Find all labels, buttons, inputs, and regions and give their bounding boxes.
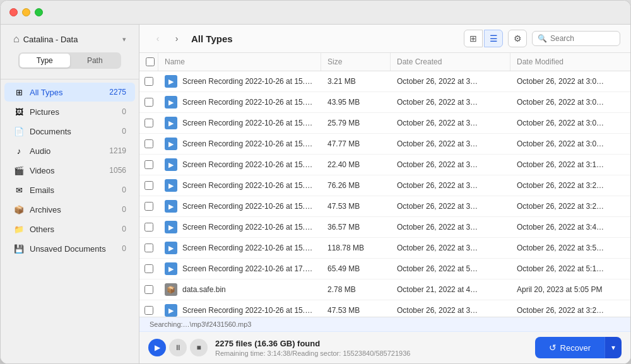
col-size: Size — [321, 53, 391, 71]
table-row: ▶ Screen Recording 2022-10-26 at 15.18.2… — [139, 175, 630, 196]
row-modified-8: October 26, 2022 at 3:5… — [510, 240, 630, 256]
nav-count-unsaved: 0 — [122, 244, 126, 253]
sidebar-item-emails[interactable]: ✉ Emails 0 — [4, 180, 135, 199]
file-type-icon: ▶ — [165, 242, 177, 254]
sidebar-item-documents[interactable]: 📄 Documents 0 — [4, 122, 135, 141]
home-icon: ⌂ — [13, 33, 20, 45]
file-type-icon: ▶ — [165, 158, 177, 171]
row-name-10: 📦 data.safe.bin — [158, 279, 321, 300]
row-modified-2: October 26, 2022 at 3:0… — [510, 115, 630, 131]
row-size-4: 22.40 MB — [321, 156, 391, 173]
play-button[interactable]: ▶ — [148, 339, 166, 356]
nav-count-pictures: 0 — [122, 107, 126, 116]
row-modified-3: October 26, 2022 at 3:0… — [510, 136, 630, 152]
row-checkbox-2 — [139, 115, 158, 131]
table-row: ▶ Screen Recording 2022-10-26 at 15.17.3… — [139, 155, 630, 175]
sidebar-item-audio[interactable]: ♪ Audio 1219 — [4, 141, 135, 160]
col-created: Date Created — [391, 53, 510, 71]
file-type-icon: ▶ — [165, 96, 177, 109]
row-checkbox-input-8[interactable] — [144, 244, 153, 252]
file-name-text: Screen Recording 2022-10-26 at 15.03.34.… — [182, 77, 315, 86]
row-checkbox-input-11[interactable] — [144, 306, 153, 315]
file-table: Name Size Date Created Date Modified ▶ S… — [139, 53, 630, 317]
col-checkbox — [139, 53, 158, 71]
sidebar-item-pictures[interactable]: 🖼 Pictures 0 — [4, 102, 135, 121]
file-name-text: Screen Recording 2022-10-26 at 15.07.08.… — [182, 139, 315, 148]
row-checkbox-0 — [139, 73, 158, 90]
nav-count-documents: 0 — [122, 127, 126, 136]
file-type-icon: ▶ — [165, 304, 177, 317]
table-row: ▶ Screen Recording 2022-10-26 at 15.50.2… — [139, 238, 630, 259]
file-type-icon: ▶ — [165, 179, 177, 192]
maximize-button[interactable] — [35, 8, 43, 16]
nav-count-archives: 0 — [122, 205, 126, 214]
row-checkbox-input-2[interactable] — [144, 119, 153, 127]
grid-view-button[interactable]: ⊞ — [464, 30, 483, 47]
tab-type[interactable]: Type — [20, 54, 70, 68]
nav-label-pictures: Pictures — [30, 107, 117, 117]
content-title: All Types — [191, 33, 457, 44]
drive-selector[interactable]: ⌂ Catalina - Data ▾ — [9, 31, 130, 47]
file-name-text: data.safe.bin — [182, 285, 226, 294]
row-checkbox-input-4[interactable] — [144, 160, 153, 169]
table-row: ▶ Screen Recording 2022-10-26 at 15.07.0… — [139, 134, 630, 155]
view-toggle: ⊞ ☰ — [464, 30, 503, 47]
stop-button[interactable]: ■ — [190, 339, 208, 356]
table-row: ▶ Screen Recording 2022-10-26 at 17.09.1… — [139, 259, 630, 279]
sidebar-item-all-types[interactable]: ⊞ All Types 2275 — [4, 83, 135, 102]
row-modified-9: October 26, 2022 at 5:1… — [510, 261, 630, 277]
recover-dropdown-button[interactable]: ▾ — [604, 337, 622, 358]
main-content: ⌂ Catalina - Data ▾ Type Path ⊞ All Type… — [1, 25, 630, 363]
nav-count-all-types: 2275 — [109, 88, 126, 97]
sidebar-nav: ⊞ All Types 2275 🖼 Pictures 0 📄 Document… — [1, 79, 139, 363]
row-checkbox-input-10[interactable] — [144, 285, 153, 294]
recover-button[interactable]: ↺ Recover — [535, 337, 604, 358]
play-controls: ▶ ⏸ ■ — [148, 339, 208, 356]
forward-button[interactable]: › — [168, 30, 185, 47]
row-name-4: ▶ Screen Recording 2022-10-26 at 15.17.3… — [158, 155, 321, 175]
sidebar-item-others[interactable]: 📁 Others 0 — [4, 220, 135, 238]
row-checkbox-input-3[interactable] — [144, 139, 153, 148]
row-created-9: October 26, 2022 at 5… — [391, 261, 510, 277]
close-button[interactable] — [9, 8, 18, 16]
list-view-button[interactable]: ☰ — [484, 30, 503, 47]
other-icon: 📁 — [13, 223, 25, 235]
row-created-1: October 26, 2022 at 3… — [391, 94, 510, 110]
sidebar-item-archives[interactable]: 📦 Archives 0 — [4, 200, 135, 219]
search-box[interactable]: 🔍 — [532, 31, 620, 46]
row-modified-7: October 26, 2022 at 3:4… — [510, 219, 630, 235]
sidebar-item-unsaved[interactable]: 💾 Unsaved Documents 0 — [4, 239, 135, 258]
row-name-7: ▶ Screen Recording 2022-10-26 at 15.46.2… — [158, 217, 321, 237]
row-checkbox-input-6[interactable] — [144, 202, 153, 211]
tab-path[interactable]: Path — [70, 54, 121, 68]
row-checkbox-5 — [139, 177, 158, 194]
toolbar-actions: ⊞ ☰ ⚙ 🔍 — [464, 30, 620, 47]
row-checkbox-input-7[interactable] — [144, 223, 153, 232]
search-input[interactable] — [550, 34, 615, 43]
row-size-1: 43.95 MB — [321, 94, 391, 110]
col-modified: Date Modified — [510, 53, 630, 71]
minimize-button[interactable] — [22, 8, 30, 16]
row-created-8: October 26, 2022 at 3… — [391, 240, 510, 256]
row-name-11: ▶ Screen Recording 2022-10-26 at 15.20.4… — [158, 300, 321, 317]
nav-label-emails: Emails — [30, 185, 117, 195]
nav-count-videos: 1056 — [109, 166, 126, 175]
row-checkbox-input-9[interactable] — [144, 264, 153, 273]
drive-label: Catalina - Data — [23, 35, 119, 44]
file-name-text: Screen Recording 2022-10-26 at 15.20.42.… — [182, 202, 315, 211]
row-name-5: ▶ Screen Recording 2022-10-26 at 15.18.2… — [158, 175, 321, 196]
filter-button[interactable]: ⚙ — [508, 30, 527, 47]
row-checkbox-input-0[interactable] — [144, 77, 153, 86]
archive-icon: 📦 — [13, 204, 25, 215]
back-button[interactable]: ‹ — [150, 30, 166, 47]
row-checkbox-11 — [139, 302, 158, 317]
row-created-10: October 21, 2022 at 4… — [391, 281, 510, 298]
sidebar-item-videos[interactable]: 🎬 Videos 1056 — [4, 161, 135, 180]
select-all-checkbox[interactable] — [146, 57, 155, 66]
file-type-icon: ▶ — [165, 75, 177, 88]
row-checkbox-input-1[interactable] — [144, 98, 153, 107]
row-created-11: October 26, 2022 at 3… — [391, 302, 510, 317]
search-icon: 🔍 — [538, 34, 547, 43]
row-checkbox-input-5[interactable] — [144, 181, 153, 190]
pause-button[interactable]: ⏸ — [169, 339, 187, 356]
